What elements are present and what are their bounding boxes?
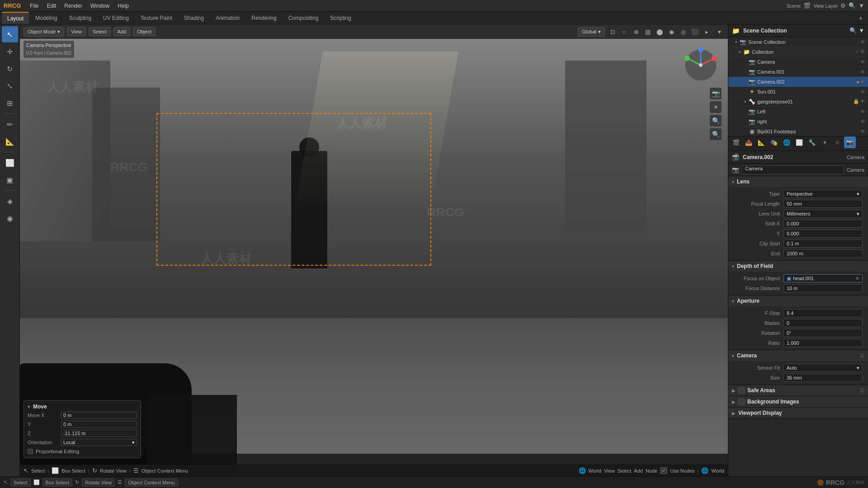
tool-scale[interactable]: ⤡ [2,78,18,94]
settings-icon[interactable]: ⚙ [840,2,846,9]
rendered-icon[interactable]: ⬛ [690,27,700,37]
outliner-row-bip001[interactable]: ▣ Bip001 Footsteps 👁 [728,127,868,136]
viewport[interactable]: 人人素材 RRCG 人人素材 RRCG 人人素材 Object Mode ▾ V… [20,24,728,476]
bip001-visibility[interactable]: 👁 [860,129,865,134]
view-bottom-label[interactable]: View [604,468,615,474]
left-visibility[interactable]: 👁 [860,109,865,114]
tab-uv-editing[interactable]: UV Editing [98,12,134,24]
status-context-btn[interactable]: Object Context Menu [125,479,178,487]
prop-physics-icon[interactable]: ⚛ [831,136,843,148]
status-rotate-btn[interactable]: Rotate View [82,479,115,487]
proportional-icon[interactable]: ○ [619,27,629,37]
prop-scene-icon[interactable]: 🎭 [768,136,780,148]
scene-collection-visibility[interactable]: 👁 [860,39,865,45]
plus-icon[interactable]: + [859,14,863,22]
tab-animation[interactable]: Animation [210,12,245,24]
outliner-row-scene-collection[interactable]: ▾ 📷 Scene Collection 👁 [728,37,868,47]
camera001-visibility[interactable]: 👁 [860,69,865,75]
overlay-icon[interactable]: ⊕ [631,27,641,37]
prop-output-icon[interactable]: 📤 [743,136,755,148]
move-orient-value[interactable]: Local ▾ [61,439,137,446]
type-dropdown[interactable]: Perspective ▾ [783,190,863,198]
camera002-visibility[interactable]: 👁 [860,79,865,84]
world-label-bottom[interactable]: World [589,468,602,474]
outliner-row-collection[interactable]: ▾ 📁 Collection ✓ 👁 [728,47,868,57]
material-icon[interactable]: ◉ [666,27,676,37]
outliner[interactable]: ▾ 📷 Scene Collection 👁 ▾ 📁 Collection ✓ … [728,37,868,136]
safe-areas-header[interactable]: ▶ Safe Areas ☰ [728,385,868,396]
tab-scripting[interactable]: Scripting [325,12,357,24]
select-bottom-label[interactable]: Select [618,468,632,474]
collection-toggle[interactable]: ▾ [736,49,743,55]
camera-visibility[interactable]: 👁 [860,59,865,65]
clip-start-value[interactable]: 0.1 m [783,239,863,248]
dof-section-header[interactable]: ▾ Depth of Field [728,261,868,272]
object-mode-dropdown[interactable]: Object Mode ▾ [24,27,64,37]
focus-object-dropdown[interactable]: ▣ head.001 ✕ [783,274,863,282]
outliner-row-right[interactable]: 📷 right 👁 [728,117,868,127]
tab-sculpting[interactable]: Sculpting [64,12,97,24]
bg-images-checkbox[interactable] [738,399,745,405]
shift-y-value[interactable]: 0.000 [783,230,863,238]
focus-object-close[interactable]: ✕ [855,276,859,282]
move-widget-header[interactable]: ▾ Move [24,403,141,411]
tab-rendering[interactable]: Rendering [246,12,282,24]
bottom-select-label[interactable]: Select [31,468,45,474]
shift-x-value[interactable]: 0.000 [783,220,863,228]
transform-global[interactable]: Global ▾ [578,27,605,37]
tool-measure[interactable]: 📐 [2,133,18,150]
move-z-value[interactable]: -11.115 m [61,430,137,437]
bg-images-header[interactable]: ▶ Background Images [728,396,868,407]
top-search-icon[interactable]: 🔍 [849,2,856,9]
use-nodes-check[interactable]: ✓ [660,467,667,474]
proportional-checkbox[interactable] [28,449,33,454]
prop-object-data-icon[interactable]: 📷 [844,136,856,148]
sensor-fit-dropdown[interactable]: Auto ▾ [783,364,863,372]
outliner-row-camera-001[interactable]: 📷 Camera.001 👁 [728,67,868,77]
gangster-toggle[interactable]: ▾ [742,99,748,105]
focal-value[interactable]: 50 mm [783,200,863,208]
rotate-view-label[interactable]: Rotate View [100,468,127,474]
lens-unit-dropdown[interactable]: Millimeters ▾ [783,210,863,218]
tab-shading[interactable]: Shading [179,12,209,24]
add-bottom-label[interactable]: Add [634,468,643,474]
outliner-row-camera[interactable]: 📷 Camera 👁 [728,57,868,67]
collection-restrict-1[interactable]: ✓ [855,49,859,55]
prop-render-icon[interactable]: 🎬 [730,136,742,148]
shading-more[interactable]: ▸ [702,27,712,37]
bottom-box-select-label[interactable]: Box Select [61,468,85,474]
collection-visibility[interactable]: 👁 [860,49,865,55]
select-menu[interactable]: Select [89,27,111,36]
tool-extra-1[interactable]: ◈ [2,193,18,209]
prop-modifier-icon[interactable]: 🔧 [806,136,818,148]
safe-areas-checkbox[interactable] [738,387,745,394]
solid-icon[interactable]: ⬤ [655,27,665,37]
tab-modeling[interactable]: Modeling [30,12,63,24]
outliner-row-camera-002[interactable]: 📷 Camera.002 ● 👁 [728,77,868,87]
gangster-visibility[interactable]: 👁 [860,99,865,104]
camera002-active[interactable]: ● [856,79,859,84]
fstop-value[interactable]: 8.4 [783,309,863,317]
add-menu[interactable]: Add [113,27,131,36]
tool-annotate[interactable]: ✏ [2,116,18,132]
tool-extra-2[interactable]: ◉ [2,210,18,226]
rotation-value[interactable]: 0° [783,329,863,337]
viewport-gizmo[interactable]: X Y Z [683,47,719,83]
move-y-value[interactable]: 0 m [61,421,137,428]
viewport-display-header[interactable]: ▶ Viewport Display [728,408,868,418]
sun-icon[interactable]: ☀ [710,101,722,113]
scene-collection-toggle[interactable]: ▾ [733,39,739,45]
render-icon[interactable]: ◎ [678,27,688,37]
menu-edit[interactable]: Edit [43,1,60,10]
lens-section-header[interactable]: ▾ Lens [728,176,868,187]
menu-help[interactable]: Help [114,1,132,10]
prop-view-layer-icon[interactable]: 📐 [755,136,767,148]
clip-end-value[interactable]: 1000 m [783,249,863,258]
tab-texture-paint[interactable]: Texture Paint [135,12,178,24]
outliner-row-sun001[interactable]: ☀ Sun.001 👁 [728,87,868,97]
top-filter-icon[interactable]: ▼ [859,2,864,9]
xray-icon[interactable]: ▨ [643,27,653,37]
right-visibility[interactable]: 👁 [860,119,865,124]
viewport-options-icon[interactable]: ▾ [714,27,724,37]
outliner-row-left[interactable]: 📷 Left 👁 [728,107,868,117]
